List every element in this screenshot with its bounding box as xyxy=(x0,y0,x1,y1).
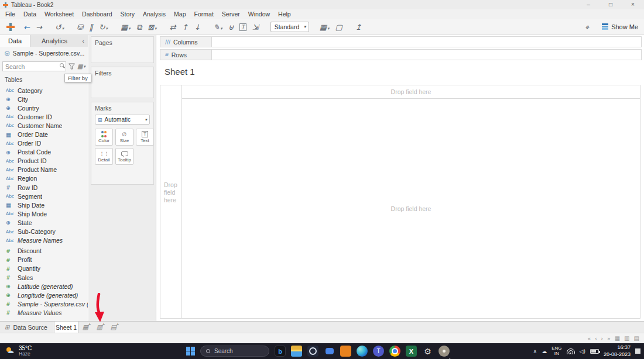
clear-sheet-button[interactable]: ⊠▾ xyxy=(146,22,157,32)
clock[interactable]: 16:37 20-08-2023 xyxy=(604,344,631,358)
revert-button[interactable]: ↺▾ xyxy=(54,22,65,32)
app-icon-teams-chat[interactable] xyxy=(324,346,335,357)
fix-axes-button[interactable]: ⇲ xyxy=(251,22,260,32)
pause-auto-updates-button[interactable]: ‖ xyxy=(88,22,94,32)
run-update-button[interactable]: ↻▾ xyxy=(98,22,109,32)
mark-type-dropdown[interactable]: ⊞ Automatic ▾ xyxy=(95,115,150,125)
taskbar-search[interactable]: Search xyxy=(200,346,269,357)
tooltip-button[interactable]: Tooltip xyxy=(115,148,133,165)
highlight-button[interactable]: ✎▾ xyxy=(212,22,223,32)
view-options-button[interactable]: ▦ ▾ xyxy=(77,63,85,70)
pages-shelf[interactable]: Pages xyxy=(91,36,154,63)
menu-analysis[interactable]: Analysis xyxy=(139,9,170,19)
undo-button[interactable]: ← xyxy=(22,22,31,32)
detail-button[interactable]: ⋮⋮Detail xyxy=(95,148,113,165)
new-data-source-button[interactable]: ⛁ xyxy=(76,22,84,32)
app-icon-chrome[interactable] xyxy=(389,346,400,357)
field-city[interactable]: ⊕City xyxy=(0,95,88,103)
columns-shelf[interactable]: ∣∣∣ Columns xyxy=(160,36,642,47)
field-postal-code[interactable]: ⊕Postal Code xyxy=(0,148,88,157)
previous-sheet-button[interactable]: ‹ xyxy=(595,336,597,341)
app-icon-edge[interactable] xyxy=(357,346,368,357)
drop-zone-left[interactable]: Drop field here xyxy=(160,85,182,319)
field-order-id[interactable]: AbcOrder ID xyxy=(0,139,88,148)
wifi-icon[interactable] xyxy=(567,348,575,354)
field-segment[interactable]: AbcSegment xyxy=(0,192,88,201)
menu-format[interactable]: Format xyxy=(190,9,218,19)
tab-data[interactable]: Data xyxy=(0,35,30,47)
new-worksheet-tab-button[interactable]: ▦ + xyxy=(78,322,93,333)
field-customer-name[interactable]: AbcCustomer Name xyxy=(0,121,88,130)
columns-shelf-empty[interactable] xyxy=(212,37,641,47)
field-region[interactable]: AbcRegion xyxy=(0,174,88,183)
show-mark-labels-button[interactable]: T xyxy=(238,22,248,32)
field-ship-date[interactable]: ▦Ship Date xyxy=(0,201,88,209)
app-icon-explorer[interactable] xyxy=(291,346,302,357)
show-filmstrip-button[interactable]: ▥ xyxy=(624,335,629,341)
text-button[interactable]: TText xyxy=(136,129,154,146)
field-profit[interactable]: #Profit xyxy=(0,256,88,264)
tab-data-source[interactable]: ⊞ Data Source xyxy=(0,322,54,333)
onedrive-cloud-icon[interactable]: ☁ xyxy=(542,348,547,354)
field-ship-mode[interactable]: AbcShip Mode xyxy=(0,209,88,218)
last-sheet-button[interactable]: » xyxy=(607,336,611,341)
filter-icon[interactable] xyxy=(68,63,75,70)
field-customer-id[interactable]: AbcCustomer ID xyxy=(0,112,88,121)
sort-ascending-button[interactable]: ↑ xyxy=(181,22,190,32)
sort-descending-button[interactable]: ↓ xyxy=(193,22,201,32)
collapse-pane-button[interactable]: ‹ xyxy=(78,35,88,47)
tab-analytics[interactable]: Analytics xyxy=(30,35,78,47)
group-members-button[interactable]: ⊎ xyxy=(227,22,235,32)
new-worksheet-button[interactable]: ▦▾ xyxy=(119,22,132,32)
minimize-button[interactable]: – xyxy=(577,0,600,9)
field-sample-superstore-csv[interactable]: #Sample - Superstore.csv (... xyxy=(0,299,88,308)
menu-dashboard[interactable]: Dashboard xyxy=(78,9,116,19)
start-button[interactable] xyxy=(186,347,195,355)
app-icon-bing[interactable] xyxy=(275,346,286,357)
show-me-button[interactable]: Show Me xyxy=(602,23,638,30)
menu-map[interactable]: Map xyxy=(170,9,190,19)
notification-center-icon[interactable] xyxy=(635,348,640,354)
app-icon-camera[interactable] xyxy=(307,346,318,357)
speaker-icon[interactable]: ◁) xyxy=(580,348,585,354)
size-button[interactable]: ∅Size xyxy=(115,129,133,146)
menu-window[interactable]: Window xyxy=(244,9,274,19)
show-sheet-tabs-button[interactable]: ▦ xyxy=(615,335,620,341)
search-input[interactable] xyxy=(2,61,66,71)
share-button[interactable]: ↥ xyxy=(354,22,363,32)
fit-dropdown[interactable]: Standard ▾ xyxy=(270,22,309,32)
menu-help[interactable]: Help xyxy=(274,9,295,19)
field-sub-category[interactable]: AbcSub-Category xyxy=(0,227,88,236)
weather-widget[interactable]: 35°C Haze xyxy=(6,344,32,358)
filters-shelf[interactable]: Filters xyxy=(91,67,154,98)
menu-server[interactable]: Server xyxy=(218,9,244,19)
first-sheet-button[interactable]: « xyxy=(587,336,591,341)
menu-story[interactable]: Story xyxy=(116,9,139,19)
menu-data[interactable]: Data xyxy=(19,9,40,19)
redo-button[interactable]: → xyxy=(35,22,43,32)
field-measure-names[interactable]: AbcMeasure Names xyxy=(0,236,88,245)
rows-shelf[interactable]: ≡ Rows xyxy=(160,49,642,60)
tooltip-cursor-button[interactable]: ⌖ xyxy=(584,22,590,32)
drop-zone-top[interactable]: Drop field here xyxy=(181,85,640,99)
battery-icon[interactable] xyxy=(590,349,599,354)
field-sales[interactable]: #Sales xyxy=(0,273,88,282)
field-country[interactable]: ⊕Country xyxy=(0,103,88,112)
maximize-button[interactable]: □ xyxy=(600,0,622,9)
app-icon-orange[interactable] xyxy=(340,346,351,357)
field-quantity[interactable]: #Quantity xyxy=(0,264,88,273)
field-state[interactable]: ⊕State xyxy=(0,218,88,227)
menu-file[interactable]: File xyxy=(1,9,19,19)
field-row-id[interactable]: #Row ID xyxy=(0,183,88,192)
color-button[interactable]: Color xyxy=(95,129,113,146)
new-story-tab-button[interactable]: ▤ + xyxy=(107,322,121,333)
presentation-mode-button[interactable]: ▢ xyxy=(334,22,343,32)
app-icon-excel[interactable] xyxy=(406,346,417,357)
language-indicator[interactable]: ENG IN xyxy=(551,346,561,357)
field-product-id[interactable]: AbcProduct ID xyxy=(0,157,88,165)
field-product-name[interactable]: AbcProduct Name xyxy=(0,165,88,174)
show-hide-cards-button[interactable]: ▦▾ xyxy=(318,22,331,32)
field-measure-values[interactable]: #Measure Values xyxy=(0,308,88,317)
field-latitude-generated[interactable]: ⊕Latitude (generated) xyxy=(0,282,88,291)
field-longitude-generated[interactable]: ⊕Longitude (generated) xyxy=(0,291,88,299)
